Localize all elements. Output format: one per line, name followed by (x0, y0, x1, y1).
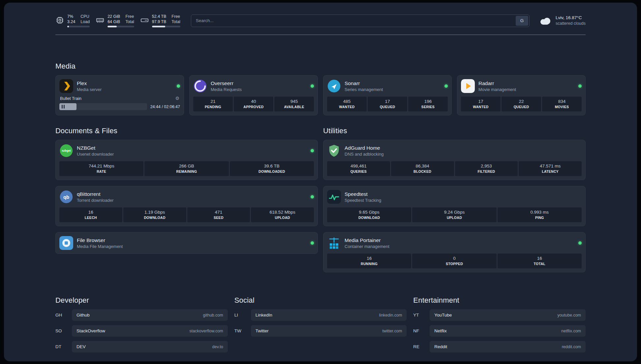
memory-icon (96, 16, 105, 25)
bookmark-abbr: NF (413, 328, 430, 333)
bookmark-group-entertainment: Entertainment YT YouTube youtube.com NF … (413, 296, 586, 357)
qbittorrent-icon: qb (59, 190, 73, 204)
bookmark-netflix: NF Netflix netflix.com (413, 325, 586, 337)
service-card-sonarr[interactable]: Sonarr Series management 485WANTED 17QUE… (323, 75, 452, 115)
portainer-icon (327, 236, 341, 250)
section-title-utilities: Utilities (323, 127, 586, 135)
bookmark-youtube: YT YouTube youtube.com (413, 309, 586, 321)
service-card-radarr[interactable]: Radarr Movie management 17WANTED 22QUEUE… (457, 75, 586, 115)
service-description: Movie management (478, 87, 516, 92)
service-card-portainer[interactable]: Media Portainer Container management 16R… (323, 232, 586, 272)
speedtest-icon (327, 190, 341, 204)
stat-tile: 834MOVIES (542, 97, 582, 111)
stat-tile: 16RUNNING (327, 254, 411, 268)
service-name: Radarr (478, 80, 516, 87)
stat-tile: 47.571 msLATENCY (519, 161, 582, 176)
service-name: Media Portainer (345, 237, 389, 244)
bookmark-abbr: RE (413, 344, 430, 349)
stat-tile: 1.19 GbpsDOWNLOAD (123, 207, 186, 222)
plex-icon (59, 79, 73, 93)
service-name: Sonarr (345, 80, 383, 87)
playback-progress-bar[interactable] (59, 103, 147, 110)
disk-widget: 52.4 TB Free 97.9 TB Total (140, 14, 180, 27)
overseerr-icon (193, 79, 207, 93)
stat-tile: 17QUEUED (368, 97, 407, 111)
status-dot (578, 84, 582, 88)
section-title-media: Media (55, 62, 586, 71)
svg-text:qb: qb (63, 195, 69, 200)
filebrowser-icon (59, 236, 73, 250)
bookmark-link-linkedin[interactable]: LinkedIn linkedin.com (251, 309, 407, 321)
bookmark-link-reddit[interactable]: Reddit reddit.com (430, 341, 586, 352)
bookmark-link-netflix[interactable]: Netflix netflix.com (430, 325, 586, 337)
bookmark-group-developer: Developer GH Github github.com SO StackO… (55, 296, 228, 357)
search-input[interactable] (191, 15, 530, 27)
nzbget-icon: nzbget (59, 144, 73, 158)
bookmark-link-github[interactable]: Github github.com (72, 309, 228, 321)
memory-free-label: Free (125, 14, 134, 19)
service-name: qBittorrent (77, 191, 113, 197)
bookmark-link-youtube[interactable]: YouTube youtube.com (430, 309, 586, 321)
service-card-filebrowser[interactable]: File Browser Media File Management (55, 232, 318, 254)
pause-icon[interactable] (62, 105, 65, 108)
disk-free-value: 52.4 TB (152, 14, 167, 19)
service-card-plex[interactable]: Plex Media server Bullet Train ⚙ (55, 75, 184, 115)
bookmark-link-dev[interactable]: DEV dev.to (72, 341, 228, 352)
bookmark-link-stackoverflow[interactable]: StackOverflow stackoverflow.com (72, 325, 228, 337)
section-title-entertainment: Entertainment (413, 296, 586, 305)
service-card-adguard[interactable]: AdGuard Home DNS and adblocking 498,461Q… (323, 140, 586, 180)
status-dot (311, 241, 314, 245)
memory-free-value: 22 GiB (107, 14, 120, 19)
stat-tile: 744.21 MbpsRATE (59, 161, 143, 176)
service-card-nzbget[interactable]: nzbget NZBGet Usenet downloader 744.21 M… (55, 140, 318, 180)
disk-free-label: Free (171, 14, 180, 19)
bookmark-abbr: TW (234, 328, 251, 333)
search-provider-button[interactable]: G (516, 16, 528, 26)
search-bar: G (191, 15, 530, 27)
service-description: Speedtest Tracking (345, 197, 381, 203)
stat-tile: 196SERIES (408, 97, 448, 111)
memory-usage-bar (107, 26, 134, 27)
bookmark-twitter: TW Twitter twitter.com (234, 325, 407, 337)
disk-total-label: Total (171, 19, 180, 24)
sonarr-icon (327, 79, 341, 93)
bookmark-stackoverflow: SO StackOverflow stackoverflow.com (55, 325, 228, 337)
stat-tile: 86,384BLOCKED (391, 161, 454, 176)
stat-tile: 9.65 GbpsDOWNLOAD (327, 207, 411, 222)
cpu-load-value: 3.24 (67, 19, 75, 24)
service-description: Torrent downloader (77, 197, 113, 203)
gear-icon[interactable]: ⚙ (175, 96, 179, 101)
stat-tile: 16TOTAL (498, 254, 582, 268)
section-media: Media Plex Media server (55, 62, 586, 115)
status-dot (311, 149, 314, 152)
stat-tile: 2,953FILTERED (455, 161, 518, 176)
status-dot (311, 195, 314, 198)
now-playing-title: Bullet Train (60, 96, 81, 101)
disk-icon (140, 16, 149, 25)
bookmark-github: GH Github github.com (55, 309, 228, 321)
status-dot (311, 84, 314, 88)
bookmark-link-twitter[interactable]: Twitter twitter.com (251, 325, 407, 337)
service-name: File Browser (77, 237, 123, 244)
section-title-documents: Documents & Files (55, 127, 318, 135)
bookmark-abbr: LI (234, 313, 251, 318)
cpu-usage-bar (67, 26, 90, 27)
svg-text:nzbget: nzbget (62, 149, 71, 152)
bookmark-group-social: Social LI LinkedIn linkedin.com TW Twitt… (234, 296, 407, 341)
plex-now-playing: Bullet Train ⚙ 24:44 / 02:06:47 (59, 96, 180, 110)
stat-tile: 498,461QUERIES (327, 161, 390, 176)
service-card-overseerr[interactable]: Overseerr Media Requests 21PENDING 40APP… (189, 75, 318, 115)
service-name: Overseerr (211, 80, 242, 87)
service-description: Media server (77, 87, 102, 92)
memory-total-label: Total (125, 19, 134, 24)
service-description: Media Requests (211, 87, 242, 92)
bookmark-abbr: GH (55, 313, 72, 318)
stat-tile: 485WANTED (327, 97, 367, 111)
stat-tile: 0STOPPED (412, 254, 496, 268)
service-card-speedtest[interactable]: Speedtest Speedtest Tracking 9.65 GbpsDO… (323, 186, 586, 226)
weather-widget[interactable]: Lviv, 16.87°C scattered clouds (539, 15, 586, 26)
memory-widget: 22 GiB Free 64 GiB Total (96, 14, 134, 27)
service-card-qbittorrent[interactable]: qb qBittorrent Torrent downloader 16LEEC… (55, 186, 318, 226)
bookmark-reddit: RE Reddit reddit.com (413, 341, 586, 352)
playback-time: 24:44 / 02:06:47 (150, 105, 180, 109)
